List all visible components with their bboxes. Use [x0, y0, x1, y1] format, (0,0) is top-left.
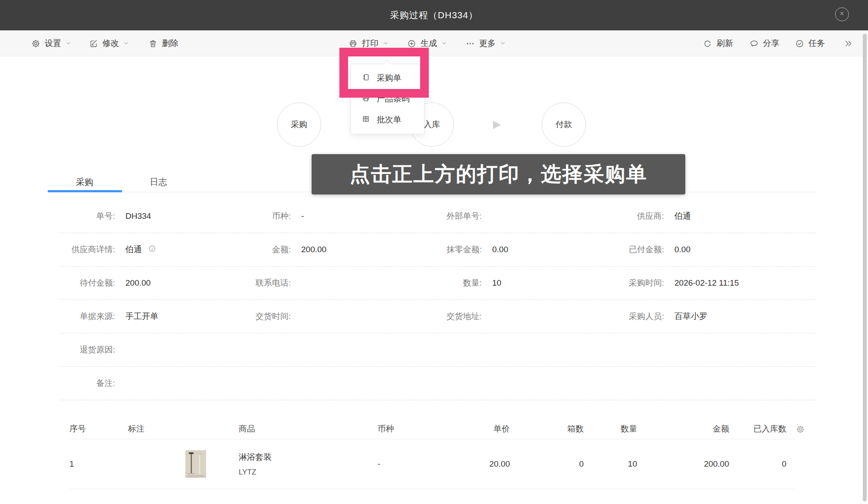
field-label: 币种:: [234, 211, 291, 222]
step-label: 付款: [556, 119, 572, 130]
col-currency: 币种: [378, 423, 436, 435]
gear-icon: [31, 39, 40, 48]
edit-icon: [89, 39, 98, 48]
delete-button[interactable]: 删除: [148, 30, 178, 56]
highlight-annotation-box: [339, 48, 429, 98]
field-label: 交货时间:: [234, 311, 291, 322]
supplier-detail-value: 伯通: [125, 244, 142, 255]
task-label: 任务: [809, 38, 825, 49]
refresh-label: 刷新: [717, 38, 733, 49]
cell-index: 1: [69, 459, 128, 469]
col-received: 已入库数: [729, 423, 786, 435]
field-value: 200.00: [115, 278, 234, 288]
field-value: 10: [482, 278, 608, 288]
field-row: 供应商详情: 伯通 金额: 200.00 抹零金额: 0.00 已付金额: 0.…: [59, 233, 816, 267]
printer-icon: [349, 39, 358, 48]
instruction-tooltip: 点击正上方的打印，选择采购单: [312, 154, 685, 194]
tab-log[interactable]: 日志: [122, 173, 195, 191]
col-quantity: 数量: [584, 423, 637, 435]
step-payment-circle[interactable]: 付款: [542, 102, 586, 147]
col-index: 序号: [69, 423, 128, 435]
more-button[interactable]: 更多: [466, 30, 506, 56]
cell-product: 淋浴套装 LYTZ: [239, 451, 378, 477]
field-label: 待付金额:: [59, 277, 115, 289]
page-title: 采购过程（DH334）: [390, 9, 478, 21]
open-book-icon: [362, 115, 370, 125]
field-label: 单据来源:: [59, 311, 115, 322]
field-row-remark: 备注:: [59, 367, 816, 400]
field-value: 200.00: [291, 245, 425, 254]
cell-received: 0: [729, 459, 786, 469]
info-icon[interactable]: [148, 244, 156, 255]
col-note: 标注: [128, 423, 239, 435]
more-dots-icon: [466, 39, 475, 48]
table-header-row: 序号 标注 商品 币种 单价 箱数 数量 金额 已入库数: [69, 419, 794, 439]
menu-item-label: 批次单: [377, 114, 401, 125]
field-value: 伯通: [115, 244, 234, 255]
tab-purchase[interactable]: 采购: [48, 173, 122, 191]
title-bar: 采购过程（DH334）: [0, 0, 868, 30]
chevron-down-icon: [123, 39, 129, 48]
col-product: 商品: [239, 423, 378, 435]
field-value: 2026-02-12 11:15: [664, 278, 816, 288]
field-row: 单据来源: 手工开单 交货时间: 交货地址: 采购人员: 百草小罗: [59, 300, 816, 333]
cell-amount: 200.00: [637, 459, 729, 469]
field-label: 联系电话:: [234, 277, 291, 289]
field-label: 备注:: [59, 378, 115, 389]
field-value: DH334: [115, 211, 234, 221]
check-circle-icon: [795, 39, 804, 48]
col-boxes: 箱数: [510, 423, 584, 435]
step-label: 入库: [424, 119, 440, 130]
chevron-down-icon: [500, 39, 506, 48]
task-button[interactable]: 任务: [795, 30, 825, 56]
field-row-return-reason: 退货原因:: [59, 333, 816, 367]
share-button[interactable]: 分享: [750, 30, 779, 56]
product-code: LYTZ: [239, 468, 378, 477]
field-label: 供应商详情:: [59, 244, 115, 255]
tab-label: 采购: [76, 176, 93, 188]
cell-currency: -: [378, 459, 436, 469]
field-label: 采购人员:: [608, 311, 664, 322]
field-label: 外部单号:: [425, 211, 482, 222]
field-label: 已付金额:: [608, 244, 664, 255]
chevron-down-icon: [383, 39, 388, 48]
cell-note: [128, 450, 239, 478]
field-label: 数量:: [425, 277, 482, 289]
field-value: 0.00: [482, 245, 608, 254]
trash-icon: [148, 39, 158, 48]
vertical-scrollbar[interactable]: [863, 34, 867, 501]
table-row: 1 淋浴套装 LYTZ - 20.00 0 10 200: [69, 439, 794, 489]
settings-label: 设置: [45, 38, 61, 49]
field-value: 手工开单: [115, 311, 234, 322]
more-label: 更多: [479, 38, 496, 49]
active-tab-indicator: [48, 190, 122, 192]
field-value: -: [291, 211, 425, 221]
close-icon: [838, 10, 846, 19]
col-amount: 金额: [637, 423, 729, 435]
close-button[interactable]: [835, 7, 849, 21]
field-value: 伯通: [664, 211, 816, 222]
field-row: 待付金额: 200.00 联系电话: 数量: 10 采购时间: 2026-02-…: [59, 267, 816, 300]
menu-item-batch-order[interactable]: 批次单: [351, 109, 424, 130]
toolbar: 设置 修改 删除 打印: [0, 30, 868, 56]
table-settings-button[interactable]: [796, 425, 805, 436]
field-row: 单号: DH334 币种: - 外部单号: 供应商: 伯通: [59, 200, 816, 233]
field-label: 单号:: [59, 211, 115, 222]
modify-button[interactable]: 修改: [89, 30, 129, 56]
field-label: 交货地址:: [425, 311, 482, 322]
chevron-down-icon: [441, 39, 447, 48]
field-label: 抹零金额:: [425, 244, 482, 255]
step-purchase-circle[interactable]: 采购: [277, 102, 321, 147]
field-value: 百草小罗: [664, 311, 816, 322]
settings-button[interactable]: 设置: [31, 30, 71, 56]
modify-label: 修改: [102, 38, 119, 49]
field-label: 供应商:: [608, 211, 664, 222]
expand-toolbar-button[interactable]: [844, 30, 852, 56]
cell-quantity: 10: [584, 459, 637, 469]
delete-label: 删除: [162, 38, 178, 49]
plus-circle-icon: [407, 39, 416, 48]
purchase-process-window: 采购过程（DH334） 设置 修改: [0, 0, 868, 504]
gear-icon: [796, 428, 805, 435]
product-thumbnail[interactable]: [185, 450, 206, 478]
refresh-button[interactable]: 刷新: [703, 30, 733, 56]
